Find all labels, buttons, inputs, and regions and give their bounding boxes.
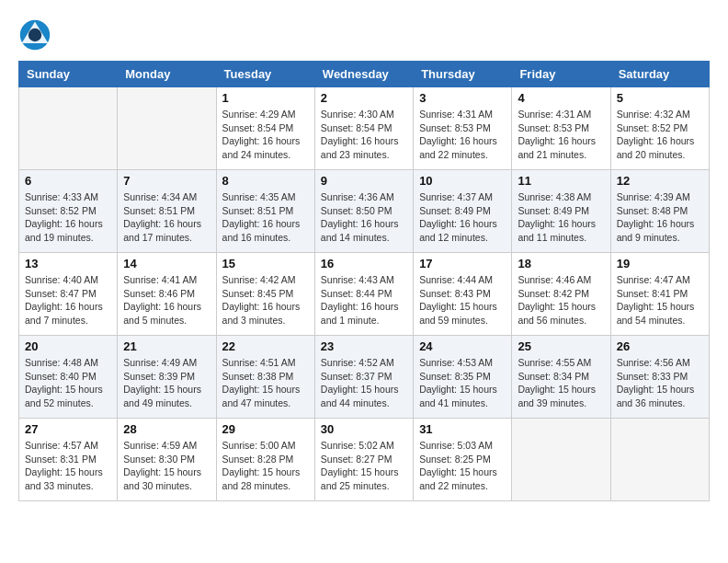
day-number: 14: [123, 257, 210, 270]
day-number: 20: [25, 339, 111, 353]
day-cell: [19, 87, 118, 170]
day-info: Sunrise: 4:57 AM Sunset: 8:31 PM Dayligh…: [25, 439, 111, 493]
week-row-4: 20Sunrise: 4:48 AM Sunset: 8:40 PM Dayli…: [19, 336, 710, 419]
weekday-header-tuesday: Tuesday: [216, 62, 314, 87]
day-info: Sunrise: 4:56 AM Sunset: 8:33 PM Dayligh…: [617, 356, 703, 410]
day-info: Sunrise: 4:48 AM Sunset: 8:40 PM Dayligh…: [25, 356, 111, 410]
svg-point-2: [28, 29, 41, 41]
day-cell: 18Sunrise: 4:46 AM Sunset: 8:42 PM Dayli…: [512, 253, 610, 336]
day-number: 18: [518, 257, 604, 270]
calendar-table: SundayMondayTuesdayWednesdayThursdayFrid…: [18, 61, 710, 501]
day-cell: 20Sunrise: 4:48 AM Sunset: 8:40 PM Dayli…: [19, 336, 118, 419]
day-info: Sunrise: 4:51 AM Sunset: 8:38 PM Dayligh…: [222, 356, 309, 410]
day-info: Sunrise: 4:37 AM Sunset: 8:49 PM Dayligh…: [419, 190, 506, 245]
day-number: 5: [617, 91, 703, 105]
day-info: Sunrise: 4:53 AM Sunset: 8:35 PM Dayligh…: [419, 356, 506, 410]
day-number: 26: [617, 339, 703, 353]
weekday-header-thursday: Thursday: [414, 62, 512, 87]
day-number: 13: [25, 257, 111, 270]
weekday-header-wednesday: Wednesday: [314, 62, 413, 87]
day-number: 22: [222, 339, 309, 353]
day-number: 1: [222, 91, 309, 105]
day-info: Sunrise: 4:49 AM Sunset: 8:39 PM Dayligh…: [123, 356, 210, 410]
day-number: 27: [25, 422, 111, 436]
day-number: 4: [518, 91, 604, 105]
day-number: 12: [617, 174, 703, 188]
day-info: Sunrise: 4:47 AM Sunset: 8:41 PM Dayligh…: [617, 273, 703, 327]
day-cell: [118, 87, 216, 170]
day-cell: 1Sunrise: 4:29 AM Sunset: 8:54 PM Daylig…: [216, 87, 314, 170]
day-number: 2: [321, 91, 407, 105]
week-row-3: 13Sunrise: 4:40 AM Sunset: 8:47 PM Dayli…: [19, 253, 710, 336]
weekday-header-monday: Monday: [118, 62, 216, 87]
day-number: 11: [518, 174, 604, 188]
day-number: 25: [518, 339, 604, 353]
day-cell: 16Sunrise: 4:43 AM Sunset: 8:44 PM Dayli…: [314, 253, 413, 336]
week-row-5: 27Sunrise: 4:57 AM Sunset: 8:31 PM Dayli…: [19, 419, 710, 501]
day-info: Sunrise: 4:30 AM Sunset: 8:54 PM Dayligh…: [321, 108, 407, 162]
weekday-header-friday: Friday: [512, 62, 610, 87]
day-number: 31: [419, 422, 506, 436]
day-cell: 6Sunrise: 4:33 AM Sunset: 8:52 PM Daylig…: [19, 170, 118, 253]
day-cell: 21Sunrise: 4:49 AM Sunset: 8:39 PM Dayli…: [118, 336, 216, 419]
day-cell: 13Sunrise: 4:40 AM Sunset: 8:47 PM Dayli…: [19, 253, 118, 336]
day-info: Sunrise: 4:59 AM Sunset: 8:30 PM Dayligh…: [123, 439, 210, 493]
day-number: 3: [419, 91, 506, 105]
day-info: Sunrise: 5:00 AM Sunset: 8:28 PM Dayligh…: [222, 439, 309, 493]
page-header: [18, 18, 710, 52]
day-cell: 30Sunrise: 5:02 AM Sunset: 8:27 PM Dayli…: [314, 419, 413, 501]
day-cell: 3Sunrise: 4:31 AM Sunset: 8:53 PM Daylig…: [414, 87, 512, 170]
day-number: 15: [222, 257, 309, 270]
logo: [18, 18, 55, 52]
day-number: 8: [222, 174, 309, 188]
day-cell: 29Sunrise: 5:00 AM Sunset: 8:28 PM Dayli…: [216, 419, 314, 501]
day-info: Sunrise: 4:31 AM Sunset: 8:53 PM Dayligh…: [518, 108, 604, 162]
day-number: 19: [617, 257, 703, 270]
day-info: Sunrise: 4:34 AM Sunset: 8:51 PM Dayligh…: [123, 190, 210, 245]
day-cell: 5Sunrise: 4:32 AM Sunset: 8:52 PM Daylig…: [610, 87, 709, 170]
day-cell: 28Sunrise: 4:59 AM Sunset: 8:30 PM Dayli…: [118, 419, 216, 501]
day-number: 17: [419, 257, 506, 270]
day-info: Sunrise: 4:29 AM Sunset: 8:54 PM Dayligh…: [222, 108, 309, 162]
day-number: 16: [321, 257, 407, 270]
day-cell: [610, 419, 709, 501]
day-number: 7: [123, 174, 210, 188]
day-cell: 12Sunrise: 4:39 AM Sunset: 8:48 PM Dayli…: [610, 170, 709, 253]
day-cell: 23Sunrise: 4:52 AM Sunset: 8:37 PM Dayli…: [314, 336, 413, 419]
day-cell: 2Sunrise: 4:30 AM Sunset: 8:54 PM Daylig…: [314, 87, 413, 170]
day-cell: 19Sunrise: 4:47 AM Sunset: 8:41 PM Dayli…: [610, 253, 709, 336]
day-cell: 22Sunrise: 4:51 AM Sunset: 8:38 PM Dayli…: [216, 336, 314, 419]
weekday-header-sunday: Sunday: [19, 62, 118, 87]
day-info: Sunrise: 4:46 AM Sunset: 8:42 PM Dayligh…: [518, 273, 604, 327]
day-cell: 4Sunrise: 4:31 AM Sunset: 8:53 PM Daylig…: [512, 87, 610, 170]
day-info: Sunrise: 4:40 AM Sunset: 8:47 PM Dayligh…: [25, 273, 111, 327]
day-info: Sunrise: 4:38 AM Sunset: 8:49 PM Dayligh…: [518, 190, 604, 245]
day-cell: 31Sunrise: 5:03 AM Sunset: 8:25 PM Dayli…: [414, 419, 512, 501]
day-number: 28: [123, 422, 210, 436]
day-cell: 7Sunrise: 4:34 AM Sunset: 8:51 PM Daylig…: [118, 170, 216, 253]
day-cell: 11Sunrise: 4:38 AM Sunset: 8:49 PM Dayli…: [512, 170, 610, 253]
weekday-header-row: SundayMondayTuesdayWednesdayThursdayFrid…: [19, 62, 710, 87]
day-info: Sunrise: 4:35 AM Sunset: 8:51 PM Dayligh…: [222, 190, 309, 245]
week-row-1: 1Sunrise: 4:29 AM Sunset: 8:54 PM Daylig…: [19, 87, 710, 170]
day-number: 23: [321, 339, 407, 353]
day-number: 10: [419, 174, 506, 188]
day-cell: 25Sunrise: 4:55 AM Sunset: 8:34 PM Dayli…: [512, 336, 610, 419]
day-cell: 15Sunrise: 4:42 AM Sunset: 8:45 PM Dayli…: [216, 253, 314, 336]
day-info: Sunrise: 4:33 AM Sunset: 8:52 PM Dayligh…: [25, 190, 111, 245]
day-number: 30: [321, 422, 407, 436]
day-cell: 26Sunrise: 4:56 AM Sunset: 8:33 PM Dayli…: [610, 336, 709, 419]
day-cell: 24Sunrise: 4:53 AM Sunset: 8:35 PM Dayli…: [414, 336, 512, 419]
day-cell: 9Sunrise: 4:36 AM Sunset: 8:50 PM Daylig…: [314, 170, 413, 253]
day-info: Sunrise: 4:52 AM Sunset: 8:37 PM Dayligh…: [321, 356, 407, 410]
day-info: Sunrise: 4:55 AM Sunset: 8:34 PM Dayligh…: [518, 356, 604, 410]
day-info: Sunrise: 4:41 AM Sunset: 8:46 PM Dayligh…: [123, 273, 210, 327]
day-number: 9: [321, 174, 407, 188]
day-info: Sunrise: 5:02 AM Sunset: 8:27 PM Dayligh…: [321, 439, 407, 493]
day-cell: [512, 419, 610, 501]
day-number: 21: [123, 339, 210, 353]
day-cell: 27Sunrise: 4:57 AM Sunset: 8:31 PM Dayli…: [19, 419, 118, 501]
day-info: Sunrise: 5:03 AM Sunset: 8:25 PM Dayligh…: [419, 439, 506, 493]
day-number: 29: [222, 422, 309, 436]
day-info: Sunrise: 4:39 AM Sunset: 8:48 PM Dayligh…: [617, 190, 703, 245]
